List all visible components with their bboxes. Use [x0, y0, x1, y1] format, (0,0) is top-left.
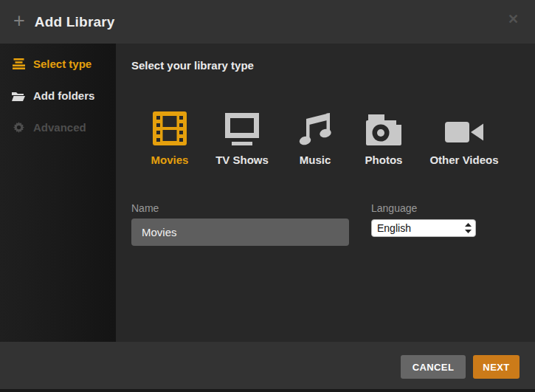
language-field-label: Language: [371, 202, 417, 214]
sidebar-item-select-type[interactable]: Select type: [12, 58, 92, 70]
dialog-body: Select your library type Movies: [116, 44, 535, 342]
music-note-icon: [278, 109, 352, 145]
type-label: Other Videos: [427, 154, 501, 166]
next-button[interactable]: NEXT: [473, 355, 520, 379]
cancel-button[interactable]: CANCEL: [401, 355, 466, 379]
sidebar-item-advanced: Advanced: [12, 121, 86, 134]
sidebar-item-label: Advanced: [33, 121, 86, 134]
film-strip-icon: [133, 109, 207, 145]
dialog-footer: CANCEL NEXT: [0, 342, 535, 389]
type-label: Movies: [133, 154, 207, 166]
dialog-header: + Add Library ✕: [0, 0, 535, 44]
select-arrows-icon: [465, 223, 472, 233]
gear-icon: [12, 122, 25, 133]
sidebar-item-label: Add folders: [33, 89, 94, 102]
dialog-sidebar: Select type Add folders Advanced: [0, 44, 116, 342]
dialog-title: Add Library: [35, 14, 115, 30]
library-type-music[interactable]: Music: [278, 109, 352, 168]
dialog-bottom-edge: [0, 389, 535, 392]
list-lines-icon: [12, 58, 25, 69]
close-icon[interactable]: ✕: [508, 13, 519, 26]
sidebar-item-label: Select type: [33, 58, 92, 70]
language-select-value: English: [377, 222, 465, 234]
type-label: Photos: [347, 154, 421, 166]
type-label: Music: [278, 154, 352, 166]
sidebar-item-add-folders[interactable]: Add folders: [12, 89, 94, 102]
add-library-dialog: + Add Library ✕ Select type Add folders …: [0, 0, 535, 392]
library-type-photos[interactable]: Photos: [347, 109, 421, 168]
name-field-label: Name: [131, 202, 159, 214]
name-input[interactable]: [131, 219, 349, 246]
folder-icon: [12, 91, 25, 101]
video-camera-icon: [427, 109, 501, 145]
camera-icon: [347, 109, 421, 145]
library-type-movies[interactable]: Movies: [133, 109, 207, 168]
library-type-tv-shows[interactable]: TV Shows: [205, 109, 279, 168]
language-select[interactable]: English: [371, 219, 476, 237]
type-label: TV Shows: [205, 154, 279, 166]
library-type-heading: Select your library type: [131, 59, 254, 72]
library-type-other-videos[interactable]: Other Videos: [427, 109, 501, 168]
plus-icon: +: [13, 11, 25, 31]
tv-icon: [205, 109, 279, 145]
